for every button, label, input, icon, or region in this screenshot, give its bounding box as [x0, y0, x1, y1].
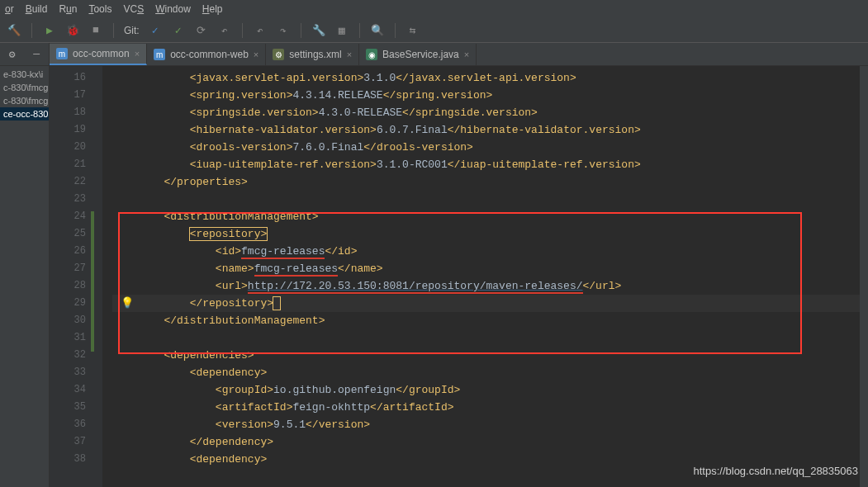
menu-item-window[interactable]: Window — [155, 3, 191, 15]
stop-icon[interactable]: ■ — [88, 23, 103, 38]
project-tree-item[interactable]: ce-occ-830 — [0, 107, 49, 121]
undo-icon[interactable]: ↶ — [253, 23, 268, 38]
debug-icon[interactable]: 🐞 — [65, 23, 80, 38]
collapse-icon[interactable]: — — [33, 48, 40, 60]
toolbar: 🔨 ▶ 🐞 ■ Git: ✓ ✓ ⟳ ↶ ↶ ↷ 🔧 ▦ 🔍 ⇆ — [0, 18, 868, 43]
wrench-icon[interactable]: 🔧 — [311, 23, 326, 38]
file-type-icon: ◉ — [366, 49, 377, 60]
vcs-commit-icon[interactable]: ✓ — [171, 23, 186, 38]
code-line[interactable]: <groupId>io.github.openfeign</groupId> — [112, 381, 868, 399]
menu-item[interactable]: or — [5, 3, 14, 15]
code-line[interactable]: <distributionManagement> — [112, 208, 868, 225]
code-line[interactable]: </properties> — [112, 173, 868, 191]
tab-label: occ-common-web — [170, 49, 249, 60]
code-line[interactable]: <javax.servlet-api.version>3.1.0</javax.… — [112, 69, 868, 87]
tab-label: settings.xml — [289, 49, 341, 60]
close-icon[interactable]: × — [254, 50, 259, 59]
vertical-scrollbar[interactable] — [860, 66, 868, 487]
code-line[interactable]: </dependency> — [112, 433, 868, 451]
menu-item-build[interactable]: Build — [26, 3, 48, 15]
code-line[interactable]: <name>fmcg-releases</name> — [112, 260, 868, 277]
git-label: Git: — [124, 25, 140, 36]
code-line[interactable]: </distributionManagement> — [112, 312, 868, 329]
project-tree[interactable]: e-830-kx\ic-830\fmcgc-830\fmcgce-occ-830 — [0, 66, 49, 121]
watermark-text: https://blog.csdn.net/qq_28835063 — [694, 465, 859, 477]
close-icon[interactable]: × — [135, 49, 140, 59]
code-line[interactable]: </repository> — [112, 295, 868, 312]
vcs-history-icon[interactable]: ⟳ — [194, 23, 209, 38]
menu-bar: or Build Run Tools VCS Window Help — [0, 0, 868, 18]
file-type-icon: m — [56, 48, 68, 59]
hammer-icon[interactable]: 🔨 — [7, 23, 21, 38]
code-line[interactable]: <url>http://172.20.53.150:8081/repositor… — [112, 277, 868, 295]
gear-icon[interactable]: ⚙ — [9, 48, 16, 61]
project-tree-item[interactable]: e-830-kx\i — [0, 68, 49, 81]
code-line[interactable]: <springside.version>4.3.0-RELEASE</sprin… — [112, 104, 868, 121]
vcs-revert-icon[interactable]: ↶ — [217, 23, 232, 38]
code-line[interactable]: <version>9.5.1</version> — [112, 416, 868, 433]
code-line[interactable]: <iuap-uitemplate-ref.version>3.1.0-RC001… — [112, 156, 868, 173]
project-tree-item[interactable]: c-830\fmcg — [0, 94, 49, 107]
code-line[interactable]: <id>fmcg-releases</id> — [112, 243, 868, 260]
code-line[interactable]: <dependencies> — [112, 347, 868, 364]
code-line[interactable]: <artifactId>feign-okhttp</artifactId> — [112, 399, 868, 416]
editor-tab[interactable]: ◉BaseService.java× — [359, 44, 477, 65]
menu-item-vcs[interactable]: VCS — [123, 3, 144, 15]
search-icon[interactable]: 🔍 — [370, 23, 385, 38]
tab-label: occ-common — [73, 48, 130, 59]
code-line[interactable]: <hibernate-validator.version>6.0.7.Final… — [112, 121, 868, 139]
line-number-gutter: 1617181920212223242526272829303132333435… — [50, 66, 91, 487]
editor-tabs: mocc-common×mocc-common-web×⚙settings.xm… — [50, 43, 868, 66]
project-tree-item[interactable]: c-830\fmcg — [0, 81, 49, 94]
sync-icon[interactable]: ⇆ — [406, 23, 420, 38]
tab-label: BaseService.java — [382, 49, 459, 60]
code-line[interactable]: <drools-version>7.6.0.Final</drools-vers… — [112, 139, 868, 156]
code-line[interactable] — [112, 329, 868, 347]
code-line[interactable]: <repository> — [112, 225, 868, 243]
code-line[interactable] — [112, 191, 868, 208]
editor-tab[interactable]: ⚙settings.xml× — [266, 44, 359, 65]
editor-tab[interactable]: mocc-common-web× — [147, 44, 266, 65]
bulb-icon[interactable]: 💡 — [121, 295, 134, 312]
project-structure-icon[interactable]: ▦ — [334, 23, 349, 38]
code-content[interactable]: <javax.servlet-api.version>3.1.0</javax.… — [102, 66, 868, 487]
code-line[interactable]: <dependency> — [112, 364, 868, 381]
editor-area: mocc-common×mocc-common-web×⚙settings.xm… — [50, 43, 868, 487]
fold-gutter — [91, 66, 102, 487]
code-editor[interactable]: 1617181920212223242526272829303132333435… — [50, 66, 868, 487]
file-type-icon: m — [154, 49, 165, 60]
close-icon[interactable]: × — [464, 50, 469, 59]
menu-item-help[interactable]: Help — [202, 3, 223, 15]
menu-item-tools[interactable]: Tools — [88, 3, 111, 15]
vcs-update-icon[interactable]: ✓ — [148, 23, 163, 38]
editor-tab[interactable]: mocc-common× — [50, 44, 147, 65]
menu-item-run[interactable]: Run — [59, 3, 77, 15]
file-type-icon: ⚙ — [273, 49, 284, 60]
run-icon[interactable]: ▶ — [42, 23, 57, 38]
redo-icon[interactable]: ↷ — [276, 23, 291, 38]
close-icon[interactable]: × — [347, 50, 352, 59]
project-sidebar: ⚙ — e-830-kx\ic-830\fmcgc-830\fmcgce-occ… — [0, 43, 50, 487]
code-line[interactable]: <spring.version>4.3.14.RELEASE</spring.v… — [112, 87, 868, 104]
